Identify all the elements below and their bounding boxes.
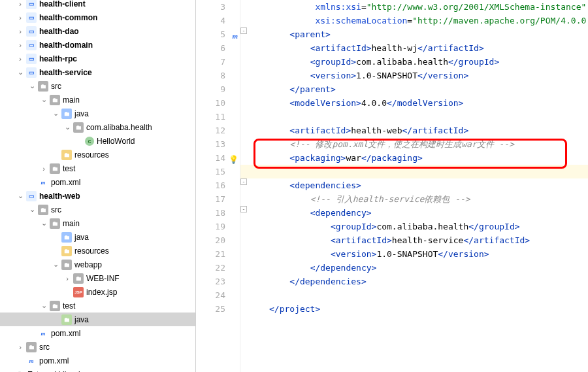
code-token (269, 2, 315, 12)
tree-item-label: External Libraries (27, 370, 88, 373)
module-icon: ▭ (26, 191, 37, 201)
code-line[interactable] (240, 165, 588, 178)
chevron-down-icon[interactable]: ⌄ (29, 83, 35, 90)
chevron-right-icon[interactable]: › (64, 275, 71, 282)
chevron-down-icon[interactable]: ⌄ (41, 303, 47, 309)
code-token: <parent> (289, 29, 331, 39)
chevron-down-icon[interactable]: ⌄ (41, 97, 47, 103)
package-com-alibaba-health[interactable]: ⌄🖿com.alibaba.health (0, 120, 195, 134)
folder-g-icon: 🖿 (38, 81, 48, 92)
code-line[interactable] (240, 110, 588, 124)
code-token: health-wj (372, 43, 417, 53)
chevron-right-icon[interactable]: › (17, 42, 24, 48)
code-token: <artifactId> (331, 235, 392, 245)
code-line[interactable]: <groupId>com.alibaba.health</groupId> (240, 220, 588, 233)
file-index-jsp[interactable]: ·JSPindex.jsp (0, 285, 195, 299)
code-line[interactable]: </dependencies> (240, 275, 588, 288)
module-health-service[interactable]: ⌄▭health-service (0, 65, 195, 79)
module-health-common[interactable]: ›▭health-common (0, 10, 195, 24)
module-icon: ▭ (26, 67, 37, 78)
code-line[interactable]: xsi:schemaLocation="http://maven.apache.… (240, 14, 588, 27)
code-editor[interactable]: 345m67891011121314💡151617181920212223242… (196, 0, 588, 372)
code-token (269, 222, 331, 231)
folder-webinf[interactable]: ›🖿WEB-INF (0, 271, 195, 285)
folder-java-web[interactable]: ·🖿java (0, 230, 195, 244)
folder-main-web[interactable]: ⌄🖿main (0, 216, 195, 230)
code-token: 1.0-SNAPSHOT (356, 71, 417, 80)
gutter: 345m67891011121314💡151617181920212223242… (196, 0, 240, 372)
project-tree[interactable]: ›▭health-client›▭health-common›▭health-d… (0, 0, 196, 372)
tree-item-label: health-service (39, 68, 92, 77)
file-pom-xml-web[interactable]: ·mpom.xml (0, 326, 195, 340)
folder-webapp[interactable]: ⌄🖿webapp (0, 258, 195, 271)
chevron-right-icon[interactable]: › (41, 165, 47, 172)
line-number: 25 (196, 302, 240, 316)
tree-item-label: com.alibaba.health (86, 123, 152, 132)
code-line[interactable]: <!-- 引入health-service依赖包 --> (240, 192, 588, 206)
class-helloworld[interactable]: ·cHelloWorld (0, 134, 195, 148)
code-line[interactable]: </dependency> (240, 261, 588, 275)
tree-item-label: java (74, 315, 89, 324)
chevron-down-icon[interactable]: ⌄ (52, 110, 59, 117)
chevron-right-icon[interactable]: › (17, 28, 24, 35)
folder-src-root[interactable]: ›🖿src (0, 340, 195, 354)
module-health-dao[interactable]: ›▭health-dao (0, 24, 195, 38)
tree-item-label: health-web (39, 192, 80, 201)
code-line[interactable]: <version>1.0-SNAPSHOT</version> (240, 247, 588, 261)
folder-test-web[interactable]: ⌄🖿test (0, 299, 195, 313)
code-token: <modelVersion> (289, 98, 361, 108)
chevron-down-icon[interactable]: ⌄ (29, 207, 35, 213)
code-line[interactable]: <artifactId>health-web</artifactId> (240, 124, 588, 137)
file-pom-xml-service[interactable]: ·mpom.xml (0, 175, 195, 189)
tree-item-label: health-domain (39, 41, 93, 50)
code-line[interactable] (240, 288, 588, 302)
code-line[interactable]: <artifactId>health-wj</artifactId> (240, 41, 588, 55)
chevron-down-icon[interactable]: ⌄ (17, 69, 24, 76)
code-line[interactable]: <groupId>com.alibaba.health</groupId> (240, 55, 588, 69)
code-line[interactable]: <version>1.0-SNAPSHOT</version> (240, 69, 588, 82)
folder-resources-web[interactable]: ·🖿resources (0, 244, 195, 258)
code-line[interactable]: <dependency> (240, 206, 588, 220)
chevron-right-icon[interactable]: › (17, 344, 24, 350)
folder-g-icon: 🖿 (50, 163, 60, 174)
intention-bulb-icon[interactable]: 💡 (229, 153, 238, 162)
chevron-right-icon[interactable]: › (17, 56, 24, 62)
module-icon: ▭ (26, 54, 37, 64)
line-number: 23 (196, 275, 240, 288)
code-line[interactable]: xmlns:xsi="http://www.w3.org/2001/XMLSch… (240, 0, 588, 14)
folder-resources[interactable]: ·🖿resources (0, 148, 195, 161)
code-line[interactable]: </parent> (240, 82, 588, 96)
folder-src[interactable]: ⌄🖿src (0, 79, 195, 93)
code-token: <groupId> (310, 57, 356, 67)
code-line[interactable]: <modelVersion>4.0.0</modelVersion> (240, 96, 588, 110)
code-token: war (346, 153, 361, 163)
external-libraries[interactable]: ·⫴External Libraries (0, 367, 195, 372)
chevron-down-icon[interactable]: ⌄ (17, 193, 24, 199)
module-health-web[interactable]: ⌄▭health-web (0, 189, 195, 203)
folder-java[interactable]: ⌄🖿java (0, 107, 195, 120)
code-token (269, 16, 315, 25)
module-health-client[interactable]: ›▭health-client (0, 0, 195, 10)
chevron-down-icon[interactable]: ⌄ (41, 220, 47, 227)
chevron-down-icon[interactable]: ⌄ (52, 262, 59, 268)
module-icon: ▭ (26, 12, 37, 23)
chevron-right-icon[interactable]: › (17, 1, 24, 7)
code-token (269, 57, 310, 67)
code-line[interactable]: <parent> (240, 27, 588, 41)
folder-test-java[interactable]: ·🖿java (0, 313, 195, 326)
chevron-right-icon[interactable]: › (17, 14, 24, 21)
chevron-down-icon[interactable]: ⌄ (64, 124, 71, 131)
code-line[interactable]: </project> (240, 302, 588, 316)
code-line[interactable]: <!-- 修改pom.xml文件，使之在构建时生成war文件 --> (240, 137, 588, 151)
file-pom-xml-root[interactable]: ·mpom.xml (0, 354, 195, 367)
code-line[interactable]: <artifactId>health-service</artifactId> (240, 233, 588, 247)
module-health-rpc[interactable]: ›▭health-rpc (0, 52, 195, 65)
folder-test[interactable]: ›🖿test (0, 161, 195, 175)
module-health-domain[interactable]: ›▭health-domain (0, 38, 195, 52)
folder-main[interactable]: ⌄🖿main (0, 93, 195, 107)
folder-y-icon: 🖿 (61, 246, 72, 256)
line-number: 5m (196, 27, 240, 41)
folder-src-web[interactable]: ⌄🖿src (0, 203, 195, 216)
code-line[interactable]: <dependencies> (240, 178, 588, 192)
code-line[interactable]: <packaging>war</packaging> (240, 151, 588, 165)
